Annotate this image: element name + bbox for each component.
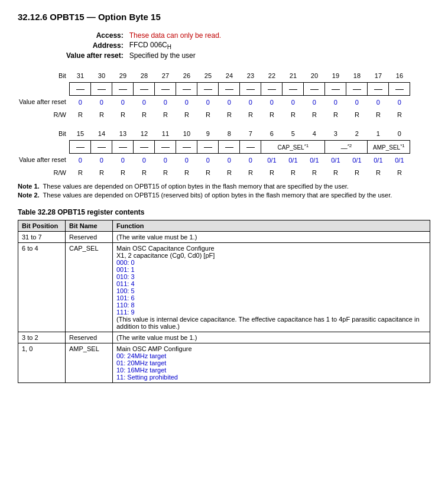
reserved2-cell: —*2 [325, 140, 368, 153]
lower-reset-8: 0 [219, 153, 240, 166]
bit-21: 21 [283, 69, 304, 82]
lower-reset-4: 0/1 [304, 153, 325, 166]
upper-val-24: — [219, 82, 240, 95]
upper-rw-22: R [261, 108, 283, 121]
lower-rw-0: R [389, 166, 410, 179]
lower-reset-12: 0 [134, 153, 155, 166]
lower-reset-5: 0/1 [283, 153, 304, 166]
bit-9: 9 [197, 127, 219, 140]
bit-22: 22 [261, 69, 283, 82]
upper-reset-label: Value after reset [18, 95, 70, 108]
upper-val-19: — [325, 82, 346, 95]
lower-rw-13: R [112, 166, 134, 179]
upper-bit-label-row: Bit 31 30 29 28 27 26 25 24 23 22 21 20 … [18, 69, 410, 82]
page-title: 32.12.6 OPBT15 — Option Byte 15 [18, 12, 430, 22]
upper-val-25: — [197, 82, 219, 95]
bit-10: 10 [176, 127, 197, 140]
lower-reset-14: 0 [91, 153, 112, 166]
lower-rw-7: R [240, 166, 261, 179]
upper-rw-label: R/W [18, 108, 70, 121]
upper-val-22: — [261, 82, 283, 95]
upper-rw-19: R [325, 108, 346, 121]
lower-rw-10: R [176, 166, 197, 179]
upper-val-28: — [134, 82, 155, 95]
upper-val-17: — [368, 82, 389, 95]
upper-reg-table: Bit 31 30 29 28 27 26 25 24 23 22 21 20 … [18, 69, 410, 121]
bit-16: 16 [389, 69, 410, 82]
lower-reset-1: 0/1 [368, 153, 389, 166]
cell-bit-pos: 1, 0 [18, 343, 66, 383]
bit-29: 29 [112, 69, 134, 82]
upper-reset-26: 0 [176, 95, 197, 108]
upper-reset-29: 0 [112, 95, 134, 108]
upper-reg-section: Bit 31 30 29 28 27 26 25 24 23 22 21 20 … [18, 69, 430, 121]
bit-26: 26 [176, 69, 197, 82]
upper-reset-17: 0 [368, 95, 389, 108]
upper-value-row: — — — — — — — — — — — — — — — — [18, 82, 410, 95]
info-table: Access: These data can only be read. Add… [65, 30, 222, 61]
address-label: Address: [66, 41, 128, 50]
bit-17: 17 [368, 69, 389, 82]
bit-28: 28 [134, 69, 155, 82]
note1-label: Note 1. [18, 183, 40, 190]
lower-reset-6: 0/1 [261, 153, 283, 166]
lower-value-row: — — — — — — — — — CAP_SEL*1 —*2 AMP_SEL*… [18, 140, 410, 153]
bit-15: 15 [70, 127, 91, 140]
lower-reset-7: 0 [240, 153, 261, 166]
lower-rw-11: R [155, 166, 176, 179]
lower-reset-2: 0/1 [346, 153, 368, 166]
lower-val-10: — [176, 140, 197, 153]
upper-reset-18: 0 [346, 95, 368, 108]
reset-label: Value after reset: [66, 51, 128, 60]
notes-section: Note 1. These values are depended on OPB… [18, 183, 430, 199]
bit-2: 2 [346, 127, 368, 140]
bit-0: 0 [389, 127, 410, 140]
lower-reset-row: Value after reset 0 0 0 0 0 0 0 0 0 0/1 … [18, 153, 410, 166]
upper-rw-30: R [91, 108, 112, 121]
lower-rw-15: R [70, 166, 91, 179]
lower-reg-table: Bit 15 14 13 12 11 10 9 8 7 6 5 4 3 2 1 … [18, 127, 410, 179]
upper-rw-29: R [112, 108, 134, 121]
table-title: Table 32.28 OPBT15 register contents [18, 208, 430, 216]
cell-function: (The write value must be 1.) [113, 232, 430, 243]
upper-row-spacer [18, 82, 70, 95]
note2-label: Note 2. [18, 192, 40, 199]
col-bit-position: Bit Position [18, 220, 66, 232]
cell-function: (The write value must be 1.) [113, 332, 430, 343]
lower-reset-0: 0/1 [389, 153, 410, 166]
lower-rw-2: R [346, 166, 368, 179]
lower-val-14: — [91, 140, 112, 153]
bit-30: 30 [91, 69, 112, 82]
cell-bit-name: CAP_SEL [66, 243, 113, 332]
amp-sel-cell: AMP_SEL*1 [368, 140, 410, 153]
bit-3: 3 [325, 127, 346, 140]
lower-rw-9: R [197, 166, 219, 179]
cell-bit-name: Reserved [66, 232, 113, 243]
lower-rw-row: R/W R R R R R R R R R R R R R R R R [18, 166, 410, 179]
upper-rw-row: R/W R R R R R R R R R R R R R R R R [18, 108, 410, 121]
upper-rw-20: R [304, 108, 325, 121]
upper-rw-25: R [197, 108, 219, 121]
lower-rw-5: R [283, 166, 304, 179]
upper-val-26: — [176, 82, 197, 95]
lower-reset-label: Value after reset [18, 153, 70, 166]
upper-reset-21: 0 [283, 95, 304, 108]
upper-rw-28: R [134, 108, 155, 121]
col-bit-name: Bit Name [66, 220, 113, 232]
bit-8: 8 [219, 127, 240, 140]
lower-reset-13: 0 [112, 153, 134, 166]
lower-row-spacer [18, 140, 70, 153]
upper-val-16: — [389, 82, 410, 95]
lower-rw-12: R [134, 166, 155, 179]
access-label: Access: [66, 31, 128, 40]
lower-reset-11: 0 [155, 153, 176, 166]
lower-rw-14: R [91, 166, 112, 179]
bit-25: 25 [197, 69, 219, 82]
bit-31: 31 [70, 69, 91, 82]
note1-text: These values are depended on OPBT15 of o… [43, 183, 349, 190]
upper-rw-18: R [346, 108, 368, 121]
bit-5: 5 [283, 127, 304, 140]
note1: Note 1. These values are depended on OPB… [18, 183, 430, 190]
cell-bit-pos: 6 to 4 [18, 243, 66, 332]
lower-reset-3: 0/1 [325, 153, 346, 166]
